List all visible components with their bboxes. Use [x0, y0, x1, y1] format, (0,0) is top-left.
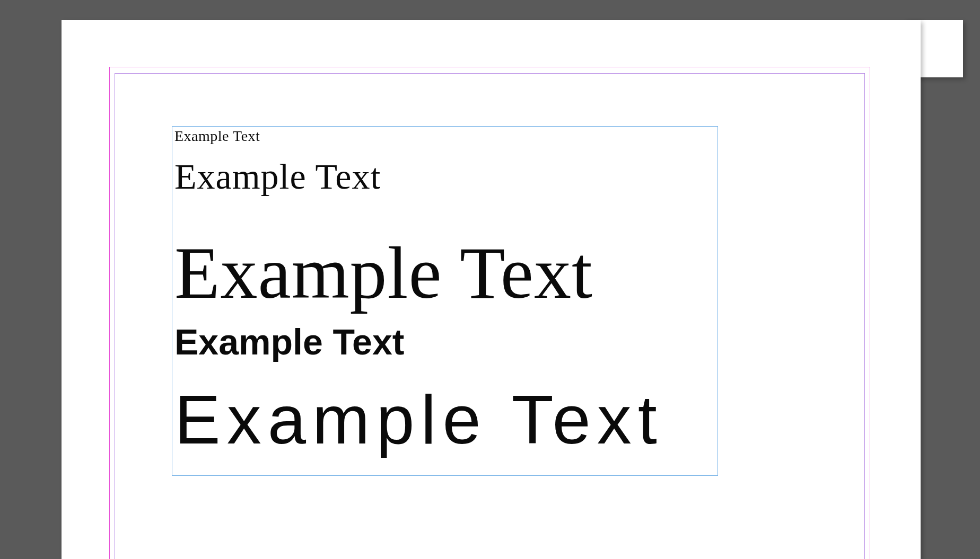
text-line-1[interactable]: Example Text [174, 129, 718, 144]
document-page[interactable]: Example Text Example Text Example Text E… [62, 20, 921, 559]
page-container: Example Text Example Text Example Text E… [62, 20, 921, 559]
text-line-2[interactable]: Example Text [174, 158, 718, 194]
text-frame[interactable]: Example Text Example Text Example Text E… [172, 126, 718, 476]
text-line-3[interactable]: Example Text [174, 236, 718, 310]
text-line-4[interactable]: Example Text [174, 324, 718, 360]
pasteboard: Example Text Example Text Example Text E… [0, 0, 980, 559]
text-line-5[interactable]: Example Text [174, 385, 718, 454]
